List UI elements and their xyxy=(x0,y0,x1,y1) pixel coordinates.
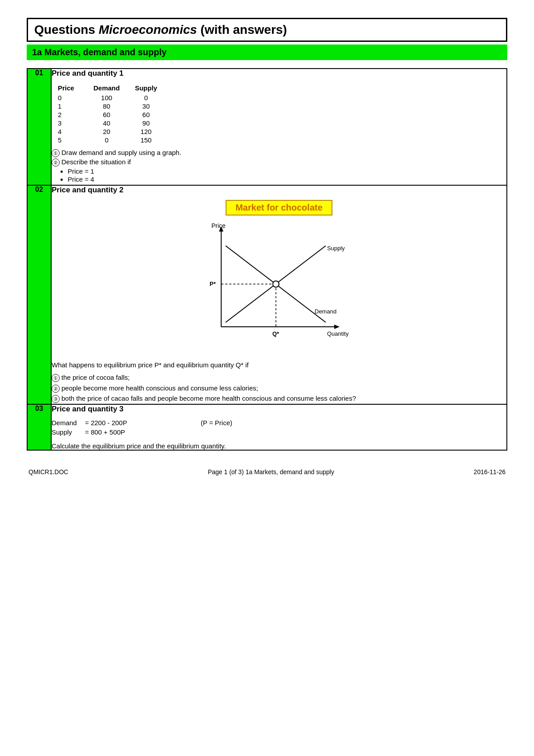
data-cell: 40 xyxy=(92,119,133,127)
supply-label-q3: Supply xyxy=(52,428,85,436)
q03-title: Price and quantity 3 xyxy=(52,405,506,414)
q01-number: 01 xyxy=(27,69,51,185)
chart-title: Market for chocolate xyxy=(226,200,332,215)
demand-label-q3: Demand xyxy=(52,419,85,427)
data-cell: 0 xyxy=(92,136,133,144)
data-cell: 3 xyxy=(56,119,92,127)
svg-point-8 xyxy=(273,281,279,287)
q02-questions: What happens to equilibrium price P* and… xyxy=(52,360,506,404)
q01-instructions: ①Draw demand and supply using a graph. ②… xyxy=(52,149,506,183)
demand-eq: = 2200 - 200P xyxy=(85,419,165,427)
data-cell: 80 xyxy=(92,102,133,110)
data-row: 50150 xyxy=(56,136,170,144)
title-part3: (with answers) xyxy=(197,23,287,37)
data-cell: 5 xyxy=(56,136,92,144)
q03-content: Price and quantity 3 Demand = 2200 - 200… xyxy=(51,404,507,450)
col-supply: Supply xyxy=(133,83,170,93)
q02-content: Price and quantity 2 Market for chocolat… xyxy=(51,185,507,404)
x-axis-label: Quantity xyxy=(327,330,349,337)
q03-number: 03 xyxy=(27,404,51,450)
data-cell: 60 xyxy=(92,110,133,119)
data-cell: 1 xyxy=(56,102,92,110)
q01-title: Price and quantity 1 xyxy=(52,69,506,78)
section-header: 1a Markets, demand and supply xyxy=(27,45,507,60)
table-row: 02 Price and quantity 2 Market for choco… xyxy=(27,185,507,404)
q03-instruction: Calculate the equilibrium price and the … xyxy=(52,442,506,450)
data-row: 34090 xyxy=(56,119,170,127)
chart-svg: Price Quantity xyxy=(194,220,364,354)
q2-q2: ②people become more health conscious and… xyxy=(52,383,506,394)
table-row: 01 Price and quantity 1 Price Demand Sup… xyxy=(27,69,507,185)
data-cell: 20 xyxy=(92,127,133,136)
supply-label: Supply xyxy=(327,245,345,252)
footer-date: 2016-11-26 xyxy=(473,468,506,476)
q2-q3: ③both the price of cacao falls and peopl… xyxy=(52,394,506,404)
footer-doc: QMICR1.DOC xyxy=(28,468,68,476)
data-row: 18030 xyxy=(56,102,170,110)
bullet-1: Price = 1 xyxy=(68,167,506,175)
col-demand: Demand xyxy=(92,83,133,93)
title-part2: Microeconomics xyxy=(99,23,197,37)
page-title: Questions Microeconomics (with answers) xyxy=(27,18,507,42)
q01-content: Price and quantity 1 Price Demand Supply… xyxy=(51,69,507,185)
q-star-label: Q* xyxy=(272,330,279,337)
bullet-2: Price = 4 xyxy=(68,175,506,183)
svg-marker-3 xyxy=(334,325,340,329)
q03-formulas: Demand = 2200 - 200P (P = Price) xyxy=(52,419,506,427)
demand-label: Demand xyxy=(315,308,336,315)
q02-number: 02 xyxy=(27,185,51,404)
y-axis-label: Price xyxy=(211,222,226,229)
instruction-2: ②Describe the situation if xyxy=(52,158,506,167)
col-price: Price xyxy=(56,83,92,93)
p-star-label: P* xyxy=(210,280,216,287)
footer-page: Page 1 (of 3) 1a Markets, demand and sup… xyxy=(208,468,334,476)
data-row: 01000 xyxy=(56,93,170,102)
questions-table: 01 Price and quantity 1 Price Demand Sup… xyxy=(27,68,507,451)
data-cell: 30 xyxy=(133,102,170,110)
title-part1: Questions xyxy=(34,23,99,37)
q01-bullets: Price = 1 Price = 4 xyxy=(68,167,506,183)
q03-supply-row: Supply = 800 + 500P xyxy=(52,428,506,436)
q02-title: Price and quantity 2 xyxy=(52,186,506,195)
supply-eq: = 800 + 500P xyxy=(85,428,165,436)
data-cell: 100 xyxy=(92,93,133,102)
data-cell: 0 xyxy=(56,93,92,102)
table-row: 03 Price and quantity 3 Demand = 2200 - … xyxy=(27,404,507,450)
data-cell: 120 xyxy=(133,127,170,136)
q2-q1: ①the price of cocoa falls; xyxy=(52,372,506,383)
chart-container: Market for chocolate Price xyxy=(52,200,506,354)
data-cell: 2 xyxy=(56,110,92,119)
q01-data-table: Price Demand Supply 01000180302606034090… xyxy=(56,83,170,144)
data-row: 26060 xyxy=(56,110,170,119)
data-cell: 60 xyxy=(133,110,170,119)
page-footer: QMICR1.DOC Page 1 (of 3) 1a Markets, dem… xyxy=(27,468,507,476)
data-cell: 0 xyxy=(133,93,170,102)
price-note: (P = Price) xyxy=(201,419,232,427)
instruction-1: ①Draw demand and supply using a graph. xyxy=(52,149,506,157)
q2-intro: What happens to equilibrium price P* and… xyxy=(52,360,506,370)
data-cell: 90 xyxy=(133,119,170,127)
supply-demand-chart: Price Quantity xyxy=(194,220,364,354)
data-cell: 150 xyxy=(133,136,170,144)
data-row: 420120 xyxy=(56,127,170,136)
data-cell: 4 xyxy=(56,127,92,136)
